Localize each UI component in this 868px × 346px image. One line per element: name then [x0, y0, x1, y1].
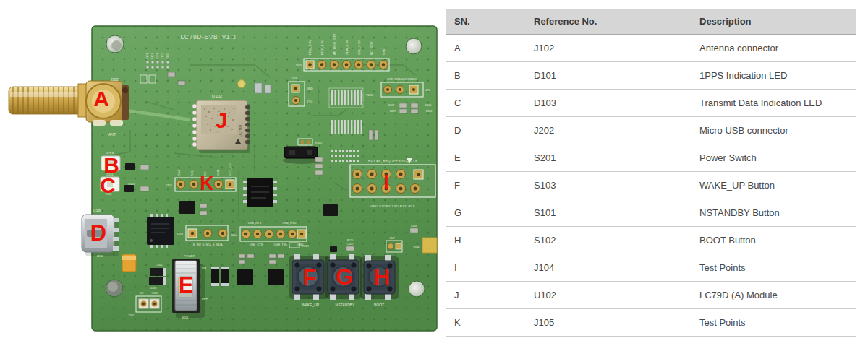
cell-sn: F	[446, 172, 525, 199]
table-row-j: J U102 LC79D (A) Module	[446, 282, 856, 309]
cell-ref: S201	[525, 144, 691, 172]
cell-desc: NSTANDBY Button	[691, 199, 856, 227]
silk-usb-cts: USB_CTS	[250, 243, 263, 246]
cell-sn: D	[446, 117, 525, 144]
table-row-g: G S101 NSTANDBY Button	[446, 199, 856, 227]
silk-j204: J204	[231, 233, 237, 237]
marker-h: H	[374, 264, 390, 290]
silk-v203: V203	[366, 93, 373, 97]
cell-ref: U102	[525, 282, 691, 309]
silk-d201: D201	[156, 264, 162, 267]
silk-module-name: LC79D	[238, 125, 242, 137]
silk-j102: J102	[111, 77, 119, 82]
silk-j105-vcc18: VCC_1.8V	[229, 163, 232, 176]
silk-off: OFF	[202, 297, 208, 300]
silk-r129: R129	[302, 245, 309, 248]
silk-usb-rts: USB_RTS	[248, 221, 262, 225]
cell-desc: Test Points	[691, 254, 856, 282]
silk-j203: J203	[295, 64, 302, 67]
silk-j201: J201	[128, 313, 135, 317]
marker-g: G	[336, 264, 353, 290]
silk-boot: BOOT	[374, 303, 384, 307]
silk-board-title: LC79D-EVB_V1.3	[181, 33, 237, 40]
cell-ref: J202	[525, 117, 691, 144]
silk-j105-scl: SCL	[191, 170, 194, 176]
cell-desc: 1PPS Indication LED	[691, 62, 856, 90]
capacitor	[255, 83, 262, 93]
table-row-a: A J102 Antenna connector	[446, 35, 856, 62]
cell-ref: S101	[525, 199, 691, 227]
cell-ref: J105	[525, 309, 691, 337]
silk-j107: J107	[389, 237, 395, 240]
silk-usb: USB	[93, 208, 101, 212]
silk-d207: D207	[388, 104, 395, 107]
soic-ic	[243, 178, 277, 207]
silk-j20: J20	[425, 89, 430, 92]
cell-ref: J102	[525, 35, 691, 62]
table-row-f: F S103 WAKE_UP Button	[446, 172, 856, 199]
cell-sn: A	[446, 35, 525, 62]
silk-j104-top: RDY AP_REQ 1PPS PCQ CTS	[368, 159, 417, 163]
silk-j309-labels: S_INT S_SCL S_SDA	[193, 243, 223, 246]
silk-j203-pin4: SCL_3.3V	[357, 40, 361, 55]
silk-d206a: D206	[425, 104, 432, 107]
silk-j103: J103	[291, 77, 297, 80]
silk-ref-r107: R107	[151, 53, 154, 59]
silk-j202: J202	[96, 254, 103, 258]
cell-ref: D101	[525, 62, 691, 90]
cell-desc: BOOT Button	[691, 227, 856, 254]
silk-usb-txd: USB_TXD	[274, 243, 288, 246]
cell-desc: LC79D (A) Module	[691, 282, 856, 309]
manual-page: LC79D-EVB_V1.3 R101 R107 R501 C103 R130	[0, 0, 868, 346]
cell-ref: J104	[525, 254, 691, 282]
marker-j: J	[216, 108, 228, 132]
cell-desc: Transmit Data Indication LED	[691, 90, 856, 117]
table-header-row: SN. Reference No. Description	[446, 9, 856, 35]
silk-gnd-5v: GND	[152, 291, 158, 295]
gold-gnd-pad	[422, 238, 437, 253]
silk-j203-pin3: SDA_3.3V	[345, 40, 349, 55]
silk-ref-c103: C103	[161, 53, 164, 59]
silk-j105: J105	[166, 183, 172, 187]
silk-u102: U102	[212, 94, 223, 98]
cell-desc: Test Points	[691, 309, 856, 337]
marker-d: D	[90, 220, 106, 246]
silk-d208: D208	[150, 287, 156, 290]
table-row-d: D J202 Micro USB connector	[446, 117, 856, 144]
silk-s201: S201	[182, 316, 189, 319]
component-reference-table: SN. Reference No. Description A J102 Ant…	[446, 9, 856, 337]
silk-j203-pin2: AP_REQ_3.3V	[333, 34, 336, 55]
silk-5v: 5V	[140, 291, 144, 295]
table-row-i: I J104 Test Points	[446, 254, 856, 282]
board-photo: LC79D-EVB_V1.3 R101 R107 R501 C103 R130	[0, 0, 441, 346]
silk-j203-pin6: GND	[382, 48, 386, 55]
cell-desc: Antenna connector	[691, 35, 856, 62]
gold-via	[238, 80, 246, 88]
table-row-h: H S102 BOOT Button	[446, 227, 856, 254]
cell-desc: Power Switch	[691, 144, 856, 172]
cell-ref: S103	[525, 172, 691, 199]
silk-r236: R236	[426, 110, 433, 113]
marker-a: A	[93, 87, 109, 111]
cell-desc: Micro USB connector	[691, 117, 856, 144]
cell-sn: E	[446, 144, 525, 172]
silk-j103-gnd: GND	[307, 87, 313, 90]
pcb-photo-svg: LC79D-EVB_V1.3 R101 R107 R501 C103 R130	[0, 0, 441, 346]
silk-nstandby: NSTANDBY	[336, 303, 356, 307]
cell-sn: H	[446, 227, 525, 254]
column-header-ref: Reference No.	[525, 9, 691, 35]
silk-ant: ANT	[109, 132, 116, 137]
silk-j309: J309	[176, 233, 183, 236]
cell-sn: C	[446, 90, 525, 117]
silk-ref-r501: R501	[156, 53, 159, 59]
silk-j203-pin1: RDY_3.3V	[320, 40, 324, 55]
table-row-e: E S201 Power Switch	[446, 144, 856, 172]
cell-ref: S102	[525, 227, 691, 254]
tantalum-capacitor	[122, 254, 136, 272]
silk-j105-sda: SDA	[178, 170, 181, 176]
silk-r105: R105	[315, 142, 322, 144]
silk-j103-vcc: VCC	[307, 100, 313, 103]
marker-c: C	[100, 173, 116, 197]
silk-ref-r130: R130	[166, 53, 169, 59]
silk-gnd-pad: GND	[414, 245, 420, 248]
